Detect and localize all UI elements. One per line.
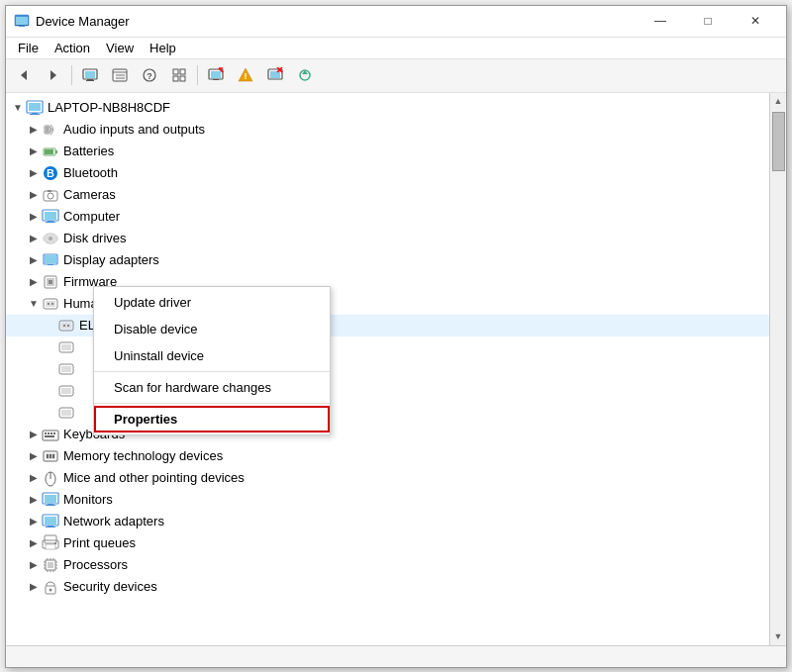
disk-icon [42, 230, 59, 247]
print-icon [42, 534, 59, 552]
processors-icon [42, 556, 59, 574]
scrollbar[interactable]: ▲ ▼ [769, 93, 786, 645]
audio-icon [42, 121, 59, 139]
tree-item-print[interactable]: ▶ Print queues [6, 532, 769, 554]
scroll-thumb[interactable] [772, 112, 785, 171]
scroll-down-arrow[interactable]: ▼ [770, 628, 787, 645]
toolbar-back[interactable] [10, 62, 38, 88]
audio-label: Audio inputs and outputs [63, 122, 205, 137]
minimize-button[interactable]: — [638, 6, 683, 36]
svg-rect-92 [46, 505, 55, 506]
elan-expand-icon [42, 318, 57, 334]
menu-file[interactable]: File [10, 39, 47, 57]
tree-root[interactable]: ▼ LAPTOP-NB8H8CDF [6, 97, 769, 119]
tree-item-computer[interactable]: ▶ Computer [6, 206, 769, 228]
svg-rect-46 [48, 190, 51, 192]
svg-rect-19 [180, 76, 185, 81]
batteries-expand-icon: ▶ [26, 144, 42, 159]
firmware-expand-icon: ▶ [26, 274, 42, 290]
tree-item-batteries[interactable]: ▶ Batteries [6, 141, 769, 162]
mice-expand-icon: ▶ [26, 470, 42, 486]
mice-icon [42, 469, 59, 487]
menu-help[interactable]: Help [142, 39, 184, 57]
svg-rect-94 [45, 517, 56, 525]
menu-bar: File Action View Help [6, 38, 786, 59]
computer-label: Computer [63, 209, 120, 224]
bluetooth-label: Bluetooth [63, 165, 118, 180]
tree-item-disk[interactable]: ▶ Disk drives [6, 228, 769, 249]
device-tree[interactable]: ▼ LAPTOP-NB8H8CDF ▶ [6, 93, 769, 645]
keyboards-expand-icon: ▶ [26, 427, 42, 442]
close-button[interactable]: ✕ [733, 6, 778, 36]
ctx-scan-hardware[interactable]: Scan for hardware changes [94, 374, 330, 401]
scroll-up-arrow[interactable]: ▲ [770, 93, 787, 110]
toolbar-delete[interactable] [261, 62, 289, 88]
tree-item-network[interactable]: ▶ Network adapters [6, 511, 769, 532]
svg-point-45 [48, 193, 53, 199]
svg-rect-63 [51, 303, 53, 305]
ctx-disable-device[interactable]: Disable device [94, 316, 330, 342]
tree-item-cameras[interactable]: ▶ Cameras [6, 184, 769, 206]
memory-label: Memory technology devices [63, 448, 223, 463]
svg-text:!: ! [245, 71, 248, 81]
svg-marker-5 [50, 70, 56, 80]
toolbar-warning[interactable]: ! [232, 62, 259, 88]
tree-item-processors[interactable]: ▶ [6, 554, 769, 576]
tree-item-audio[interactable]: ▶ Audio inputs and outputs [6, 119, 769, 141]
tree-item-bluetooth[interactable]: ▶ B Bluetooth [6, 162, 769, 184]
bluetooth-expand-icon: ▶ [26, 165, 42, 181]
display-icon [42, 251, 59, 269]
display-expand-icon: ▶ [26, 252, 42, 268]
ctx-update-driver[interactable]: Update driver [94, 289, 330, 316]
context-menu: Update driver Disable device Uninstall d… [93, 286, 331, 435]
toolbar-forward[interactable] [40, 62, 67, 88]
svg-text:B: B [47, 167, 54, 179]
root-label: LAPTOP-NB8H8CDF [48, 100, 170, 115]
monitors-icon [42, 491, 59, 509]
tree-item-monitors[interactable]: ▶ Monitors [6, 489, 769, 511]
svg-rect-65 [61, 323, 71, 329]
toolbar-computer[interactable] [76, 62, 104, 88]
svg-rect-91 [48, 504, 53, 505]
maximize-button[interactable]: □ [685, 6, 731, 36]
toolbar-help[interactable]: ? [136, 62, 163, 88]
batteries-icon [42, 143, 59, 160]
security-label: Security devices [63, 579, 157, 594]
toolbar-sep-1 [71, 65, 72, 85]
svg-rect-49 [48, 221, 53, 222]
toolbar-computer2[interactable] [202, 62, 230, 88]
print-label: Print queues [63, 535, 136, 550]
svg-rect-22 [213, 79, 219, 80]
menu-view[interactable]: View [98, 39, 142, 57]
svg-rect-102 [48, 562, 53, 568]
scroll-track[interactable] [770, 110, 786, 628]
svg-rect-48 [45, 212, 56, 220]
status-bar [6, 645, 786, 667]
tree-item-mice[interactable]: ▶ Mice and other pointing devices [6, 467, 769, 489]
menu-action[interactable]: Action [47, 39, 98, 57]
disk-expand-icon: ▶ [26, 231, 42, 246]
toolbar-refresh[interactable] [291, 62, 319, 88]
svg-rect-18 [173, 76, 178, 81]
mice-label: Mice and other pointing devices [63, 470, 245, 485]
tree-item-display[interactable]: ▶ Display adapters [6, 249, 769, 271]
svg-rect-95 [48, 526, 53, 527]
svg-rect-78 [48, 432, 50, 434]
hid-icon [42, 295, 59, 313]
toolbar-grid[interactable] [165, 62, 193, 88]
tree-item-memory[interactable]: ▶ Memory technology devices [6, 445, 769, 467]
svg-point-116 [50, 588, 52, 591]
ctx-properties[interactable]: Properties [94, 406, 330, 432]
svg-rect-40 [55, 150, 57, 153]
tree-item-security[interactable]: ▶ Security devices [6, 576, 769, 598]
hid4-icon [57, 382, 75, 400]
toolbar-list[interactable] [106, 62, 134, 88]
ctx-uninstall-device[interactable]: Uninstall device [94, 342, 330, 369]
svg-marker-4 [21, 70, 27, 80]
disk-label: Disk drives [63, 231, 127, 245]
computer-icon [42, 208, 59, 226]
hid2-icon [57, 338, 75, 356]
ctx-sep-2 [94, 403, 330, 404]
hid-expand-icon: ▼ [26, 296, 42, 312]
processors-label: Processors [63, 557, 128, 572]
